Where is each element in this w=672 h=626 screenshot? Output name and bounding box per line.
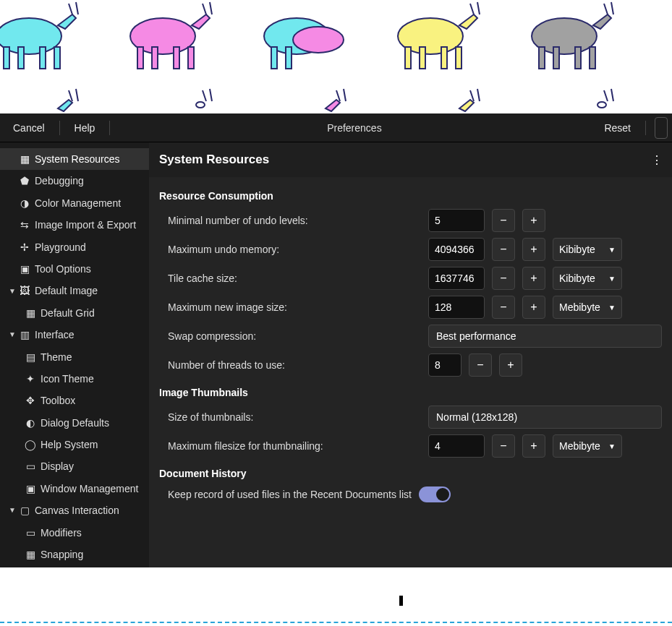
sidebar-item-modifiers[interactable]: ▭Modifiers — [0, 522, 149, 544]
more-icon[interactable]: ⋮ — [651, 153, 662, 167]
help-icon: ◯ — [25, 439, 36, 450]
section-image-thumbnails: Image Thumbnails — [149, 380, 672, 403]
label-thumb-size: Size of thumbnails: — [168, 411, 421, 423]
sidebar-item-color-management[interactable]: ◑Color Management — [0, 192, 149, 214]
field-tile-cache: Tile cache size: − + Kibibyte ▼ — [149, 264, 672, 293]
twisty-icon: ▼ — [9, 505, 14, 516]
dropdown-thumb-size[interactable]: Normal (128x128) — [428, 406, 662, 429]
input-undo-levels[interactable] — [428, 209, 485, 232]
sidebar-item-canvas-interaction[interactable]: ▼▢Canvas Interaction — [0, 499, 149, 521]
page-title: System Resources — [159, 153, 269, 167]
svg-rect-20 — [539, 47, 545, 69]
sidebar-item-label: Color Management — [35, 195, 121, 211]
sidebar-item-interface[interactable]: ▼▥Interface — [0, 324, 149, 346]
grid-icon: ▦ — [25, 307, 36, 319]
field-undo-levels: Minimal number of undo levels: − + — [149, 206, 672, 235]
help-button[interactable]: Help — [64, 118, 106, 138]
plus-button[interactable]: + — [499, 353, 522, 377]
modifiers-icon: ▭ — [25, 527, 36, 539]
sidebar-item-icon-theme[interactable]: ✦Icon Theme — [0, 368, 149, 390]
dialog-icon: ◐ — [25, 417, 36, 429]
selection-guide — [0, 622, 672, 623]
svg-rect-2 — [18, 47, 24, 69]
sidebar-item-label: Debugging — [35, 173, 84, 189]
svg-rect-4 — [54, 47, 60, 69]
unit-dropdown-tile-cache[interactable]: Kibibyte ▼ — [553, 267, 622, 290]
label-tile-cache: Tile cache size: — [168, 273, 421, 284]
sidebar-item-window-management[interactable]: ▣Window Management — [0, 478, 149, 499]
svg-rect-23 — [590, 47, 595, 69]
svg-rect-12 — [286, 47, 292, 69]
sidebar-item-debugging[interactable]: ⬟Debugging — [0, 170, 149, 192]
field-thumb-size: Size of thumbnails: Normal (128x128) — [149, 403, 672, 432]
sidebar-item-image-windows[interactable]: ▼▢Image Windows — [0, 565, 149, 567]
svg-rect-6 — [137, 47, 143, 69]
chip-icon: ▦ — [19, 153, 30, 165]
label-undo-memory: Maximum undo memory: — [168, 244, 421, 255]
unit-label: Kibibyte — [559, 273, 595, 284]
minus-button[interactable]: − — [492, 209, 515, 232]
sidebar-item-label: Toolbox — [41, 393, 75, 408]
blank-area — [0, 567, 672, 626]
svg-rect-15 — [405, 47, 411, 69]
icon-theme-icon: ✦ — [25, 373, 36, 385]
sidebar-item-playground[interactable]: ✢Playground — [0, 236, 149, 258]
titlebar: Cancel Help Preferences Reset — [0, 113, 672, 142]
label-max-new-image: Maximum new image size: — [168, 301, 421, 313]
plus-button[interactable]: + — [522, 209, 545, 232]
sidebar-item-label: Image Import & Export — [35, 217, 136, 233]
input-threads[interactable] — [428, 353, 462, 377]
unit-label: Kibibyte — [559, 244, 595, 255]
sidebar-item-display[interactable]: ▭Display — [0, 455, 149, 477]
ok-button-partial[interactable] — [655, 117, 668, 139]
sidebar-item-snapping[interactable]: ▦Snapping — [0, 544, 149, 565]
sidebar-item-label: Playground — [35, 239, 86, 255]
unit-dropdown-max-new-image[interactable]: Mebibyte ▼ — [553, 296, 622, 319]
input-thumb-max-filesize[interactable] — [428, 434, 485, 458]
minus-button[interactable]: − — [492, 296, 515, 319]
input-tile-cache[interactable] — [428, 267, 485, 290]
section-document-history: Document History — [149, 460, 672, 484]
sidebar-item-label: Interface — [35, 327, 74, 343]
field-swap-compression: Swap compression: Best performance — [149, 322, 672, 351]
sidebar-item-default-image[interactable]: ▼🖼Default Image — [0, 280, 149, 301]
sidebar-item-theme[interactable]: ▤Theme — [0, 346, 149, 368]
minus-button[interactable]: − — [492, 434, 515, 458]
label-swap-compression: Swap compression: — [168, 330, 421, 342]
sidebar-item-help-system[interactable]: ◯Help System — [0, 434, 149, 455]
plus-button[interactable]: + — [522, 238, 545, 261]
sidebar-item-tool-options[interactable]: ▣Tool Options — [0, 258, 149, 280]
sidebar-item-label: Modifiers — [41, 525, 82, 541]
field-thumb-max-filesize: Maximum filesize for thumbnailing: − + M… — [149, 432, 672, 460]
sidebar-item-toolbox[interactable]: ✥Toolbox — [0, 390, 149, 411]
label-undo-levels: Minimal number of undo levels: — [168, 215, 421, 226]
svg-rect-16 — [420, 47, 425, 69]
sidebar-item-image-import-export[interactable]: ⇆Image Import & Export — [0, 214, 149, 236]
plus-button[interactable]: + — [522, 267, 545, 290]
svg-rect-9 — [188, 47, 194, 69]
desktop-wallpaper — [0, 0, 672, 116]
input-max-new-image[interactable] — [428, 296, 485, 319]
sidebar-item-system-resources[interactable]: ▦System Resources — [0, 148, 149, 170]
plus-button[interactable]: + — [522, 434, 545, 458]
input-undo-memory[interactable] — [428, 238, 485, 261]
reset-button[interactable]: Reset — [594, 118, 641, 138]
field-threads: Number of threads to use: − + — [149, 351, 672, 380]
plus-button[interactable]: + — [522, 296, 545, 319]
unit-dropdown-thumb-filesize[interactable]: Mebibyte ▼ — [553, 434, 622, 458]
section-resource-consumption: Resource Consumption — [149, 183, 672, 206]
minus-button[interactable]: − — [469, 353, 492, 377]
separator — [59, 121, 60, 135]
sidebar-item-default-grid[interactable]: ▦Default Grid — [0, 302, 149, 324]
unit-dropdown-undo-memory[interactable]: Kibibyte ▼ — [553, 238, 622, 261]
sidebar-item-dialog-defaults[interactable]: ◐Dialog Defaults — [0, 412, 149, 434]
dropdown-swap-compression[interactable]: Best performance — [428, 325, 662, 348]
svg-rect-1 — [4, 47, 9, 69]
toggle-keep-record[interactable] — [419, 486, 451, 502]
canvas-icon: ▢ — [19, 505, 30, 516]
cancel-button[interactable]: Cancel — [3, 118, 55, 138]
bug-icon: ⬟ — [19, 176, 30, 187]
dropdown-value: Normal (128x128) — [436, 411, 517, 423]
minus-button[interactable]: − — [492, 238, 515, 261]
minus-button[interactable]: − — [492, 267, 515, 290]
